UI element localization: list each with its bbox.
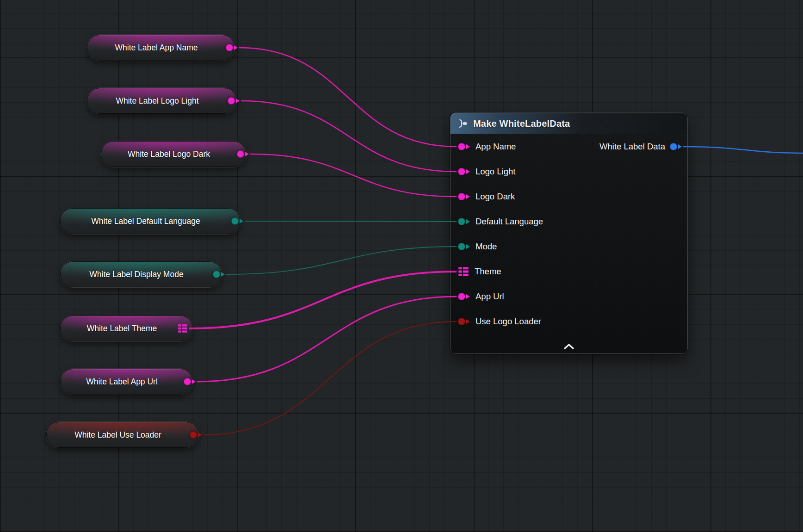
output-pin-icon [670,143,677,150]
pin-wedge-icon [192,379,196,384]
pin-in-app-name[interactable] [458,143,470,150]
pin-out-get-app-url[interactable] [184,378,196,385]
node-get-logo-dark[interactable]: White Label Logo Dark [101,141,246,167]
pin-row: Logo Dark [451,184,687,209]
node-get-logo-light[interactable]: White Label Logo Light [87,88,237,114]
getter-label: White Label Logo Dark [101,149,246,159]
pin-label: White Label Data [599,142,665,152]
pin-wedge-icon [466,294,470,299]
input-pin-icon [458,293,465,300]
pin-out-get-logo-light[interactable] [228,97,240,105]
getter-label: White Label Logo Light [87,96,236,106]
pin-out-get-use-loader[interactable] [190,431,202,439]
pin-wedge-icon [245,152,249,156]
pin-out-white-label-data[interactable] [670,143,682,150]
pin-row: Logo Light [451,159,687,184]
pin-wedge-icon [234,45,238,50]
pin-out-get-logo-dark[interactable] [237,150,249,158]
pin-wedge-icon [221,272,225,277]
struct-grid-icon [458,266,469,277]
pin-wedge-icon [466,169,470,174]
pin-in-logo-light[interactable] [458,168,470,175]
output-pin-icon [226,44,233,51]
pin-label: Mode [476,241,497,252]
pin-wedge-icon [466,319,470,324]
getter-label: White Label App Name [87,43,235,53]
input-pin-icon [458,218,465,225]
getter-label: White Label Default Language [61,217,240,226]
node-get-default-language[interactable]: White Label Default Language [60,208,241,234]
output-pin-icon [231,217,239,225]
input-pin-icon [458,318,465,325]
pin-out-get-default-language[interactable] [231,217,243,225]
pin-in-use-logo-loader[interactable] [458,318,470,325]
node-get-theme[interactable]: White Label Theme [60,315,193,341]
getter-label: White Label App Url [61,377,192,387]
output-pin-icon [228,97,235,105]
pin-label: Default Language [476,217,543,227]
output-pin-icon [190,431,197,439]
pin-in-logo-dark[interactable] [458,193,470,200]
input-pin-icon [458,168,465,175]
node-body: App Name Logo Light Logo Dark Default La… [451,134,687,353]
getter-label: White Label Use Loader [47,430,198,440]
pin-label: Logo Light [476,167,515,177]
pin-in-theme[interactable] [458,266,469,277]
getter-label: White Label Theme [61,324,192,334]
output-pin-row: White Label Data [599,134,682,159]
input-pin-icon [458,143,465,150]
pin-row: Mode [451,234,687,259]
pin-label: App Url [476,291,504,302]
input-pin-icon [458,193,465,200]
pin-wedge-icon [198,433,202,437]
output-pin-icon [237,150,244,158]
pin-row: Theme [451,259,687,284]
pin-row: Use Logo Loader [451,309,687,334]
node-get-display-mode[interactable]: White Label Display Mode [60,261,222,287]
node-title: Make WhiteLabelData [473,118,570,129]
pin-out-get-theme[interactable] [178,323,188,334]
pin-wedge-icon [678,144,682,149]
pin-label: App Name [476,142,516,152]
getter-label: White Label Display Mode [61,270,222,279]
pin-in-app-url[interactable] [458,293,470,300]
input-pin-icon [458,243,465,250]
pin-wedge-icon [236,99,240,103]
pin-out-get-app-name[interactable] [226,44,238,51]
graph-canvas[interactable]: White Label App Name White Label Logo Li… [0,0,803,532]
pin-in-default-language[interactable] [458,218,470,225]
pin-wedge-icon [466,244,470,249]
pin-wedge-icon [466,144,470,149]
node-get-app-url[interactable]: White Label App Url [60,369,193,395]
make-struct-icon [457,118,468,129]
node-get-use-loader[interactable]: White Label Use Loader [46,422,199,448]
node-make-whitelabeldata[interactable]: Make WhiteLabelData App Name Logo Light … [450,112,688,354]
pin-in-mode[interactable] [458,243,470,250]
pin-label: Logo Dark [476,192,515,202]
pin-wedge-icon [466,219,470,224]
pin-out-get-display-mode[interactable] [213,271,225,278]
chevron-up-icon[interactable] [560,341,578,352]
pin-row: Default Language [451,209,687,234]
output-pin-icon [213,271,220,278]
pin-label: Use Logo Loader [476,316,541,327]
pin-row: App Url [451,284,687,309]
node-header[interactable]: Make WhiteLabelData [451,113,687,134]
pin-wedge-icon [240,219,243,223]
pin-wedge-icon [466,194,470,199]
pin-label: Theme [475,266,501,277]
node-get-app-name[interactable]: White Label App Name [87,35,235,61]
output-pin-icon [184,378,191,385]
struct-grid-icon [178,323,188,334]
